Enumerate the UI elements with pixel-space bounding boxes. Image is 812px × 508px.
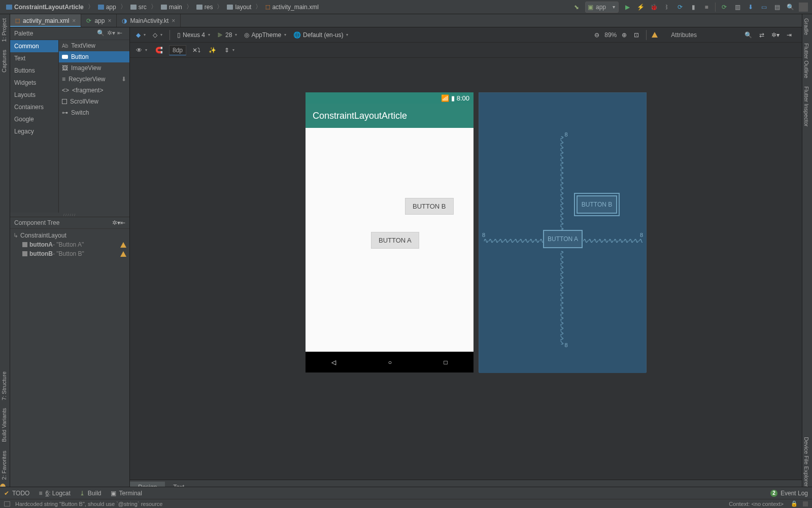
event-log-tool[interactable]: 2Event Log <box>770 490 808 497</box>
palette-item-imageview[interactable]: 🖼ImageView <box>59 62 129 74</box>
autoconnect-btn[interactable]: 🧲 <box>153 46 165 55</box>
tab-activity-main-xml[interactable]: ⬚ activity_main.xml × <box>10 14 81 27</box>
palette-category-buttons[interactable]: Buttons <box>10 64 58 77</box>
api-selector[interactable]: ⫸ 28▾ <box>215 30 239 40</box>
orientation-btn[interactable]: ◇▾ <box>151 30 164 40</box>
device-content-area[interactable]: BUTTON B BUTTON A <box>306 128 473 352</box>
project-tool-label[interactable]: 1: Project <box>0 14 8 46</box>
design-surface-btn[interactable]: ◆▾ <box>134 30 148 40</box>
sync-icon[interactable]: ⟳ <box>720 3 729 12</box>
breadcrumb-main[interactable]: main <box>159 3 184 12</box>
palette-category-layouts[interactable]: Layouts <box>10 89 58 101</box>
zoom-out-btn[interactable]: ⊖ <box>592 30 601 40</box>
gear-icon[interactable]: ✲▾ <box>112 219 120 226</box>
structure-tool-label[interactable]: 7: Structure <box>0 367 8 404</box>
todo-tool[interactable]: ✔TODO <box>4 490 29 497</box>
palette-item-textview[interactable]: AbTextView <box>59 40 129 51</box>
zoom-in-btn[interactable]: ⊕ <box>620 30 629 40</box>
tree-root-constraintlayout[interactable]: ↳ConstraintLayout <box>10 231 129 240</box>
palette-category-widgets[interactable]: Widgets <box>10 77 58 89</box>
palette-category-common[interactable]: Common <box>10 40 58 52</box>
collapse-icon[interactable]: ⇤ <box>120 219 125 226</box>
blueprint-button-b[interactable]: BUTTON B <box>577 195 617 214</box>
build-tool[interactable]: ⤓Build <box>80 490 101 497</box>
warning-icon[interactable] <box>120 251 126 257</box>
user-icon[interactable] <box>799 3 808 12</box>
palette-category-legacy[interactable]: Legacy <box>10 125 58 138</box>
apply-changes-icon[interactable]: ⚡ <box>636 3 645 12</box>
zoom-fit-btn[interactable]: ⊡ <box>632 30 641 40</box>
tab-app[interactable]: ⟳ app × <box>81 14 117 27</box>
close-tab-icon[interactable]: × <box>72 17 76 24</box>
palette-item-switch[interactable]: ⊶Switch <box>59 107 129 118</box>
search-everywhere-icon[interactable]: 🔍 <box>786 3 795 12</box>
favorites-tool-label[interactable]: 2: Favorites <box>0 447 8 484</box>
blueprint-view[interactable]: 8 8 8 8 BUTTON B BUTTON A <box>479 92 647 372</box>
project-structure-icon[interactable]: ▤ <box>772 3 782 12</box>
profiler-icon[interactable]: ⧘ <box>662 3 671 12</box>
warnings-icon[interactable] <box>652 32 658 38</box>
lock-icon[interactable]: 🔒 <box>791 500 798 507</box>
breadcrumb-project[interactable]: ConstraintLayoutArticle <box>4 3 86 12</box>
palette-item-recyclerview[interactable]: ≡RecyclerView⬇ <box>59 74 129 85</box>
theme-selector[interactable]: ◎ AppTheme▾ <box>242 30 288 40</box>
swap-icon[interactable]: ⇄ <box>757 30 766 40</box>
logcat-tool[interactable]: ≡6: Logcat <box>39 490 70 497</box>
tree-item-buttonb[interactable]: buttonB- "Button B" <box>10 249 129 258</box>
search-icon[interactable]: 🔍 <box>97 29 105 38</box>
design-canvas[interactable]: 📶 ▮ 8:00 ConstraintLayoutArticle BUTTON … <box>130 58 802 480</box>
device-selector[interactable]: ▯ Nexus 4▾ <box>175 30 212 40</box>
tool-windows-icon[interactable] <box>4 501 10 506</box>
flutter-inspector-tool-label[interactable]: Flutter Inspector <box>802 82 810 130</box>
sdk-manager-icon[interactable]: ▥ <box>733 3 742 12</box>
palette-item-button[interactable]: Button <box>59 51 129 62</box>
stop-icon[interactable]: ■ <box>702 3 711 12</box>
collapse-icon[interactable]: ⇤ <box>117 29 125 38</box>
tab-main-activity-kt[interactable]: ◑ MainActivity.kt × <box>117 14 181 27</box>
blueprint-content[interactable]: 8 8 8 8 BUTTON B BUTTON A <box>479 128 646 352</box>
avd-manager-icon[interactable]: ⬇ <box>746 3 755 12</box>
palette-category-google[interactable]: Google <box>10 113 58 125</box>
breadcrumb-app[interactable]: app <box>96 3 118 12</box>
locale-selector[interactable]: 🌐 Default (en-us)▾ <box>291 30 350 40</box>
build-variants-tool-label[interactable]: Build Variants <box>0 404 8 446</box>
device-explorer-tool-label[interactable]: Device File Explorer <box>802 433 810 491</box>
blueprint-button-a[interactable]: BUTTON A <box>543 230 583 248</box>
breadcrumb-res[interactable]: res <box>194 3 215 12</box>
run-config-selector[interactable]: ▣ app <box>585 2 619 13</box>
run-icon[interactable]: ▶ <box>623 3 632 12</box>
close-tab-icon[interactable]: × <box>108 17 111 24</box>
close-tab-icon[interactable]: × <box>172 17 175 24</box>
debug-icon[interactable]: 🐞 <box>649 3 658 12</box>
infer-constraints-btn[interactable]: ✨ <box>207 46 218 55</box>
attach-debugger-icon[interactable]: ⟳ <box>675 3 685 12</box>
pack-btn[interactable]: ⇕▾ <box>222 46 236 55</box>
layout-inspector-icon[interactable]: ▭ <box>759 3 768 12</box>
warning-icon[interactable] <box>120 242 126 248</box>
download-icon[interactable]: ⬇ <box>121 76 126 83</box>
flutter-outline-tool-label[interactable]: Flutter Outline <box>802 39 810 82</box>
gear-icon[interactable]: ✲▾ <box>107 29 115 38</box>
preview-button-b[interactable]: BUTTON B <box>405 198 454 215</box>
gear-icon[interactable]: ✲▾ <box>769 30 782 40</box>
palette-item-scrollview[interactable]: ScrollView <box>59 96 129 107</box>
captures-tool-label[interactable]: Captures <box>0 46 8 77</box>
palette-category-containers[interactable]: Containers <box>10 101 58 113</box>
palette-item-fragment[interactable]: <><fragment> <box>59 85 129 96</box>
breadcrumb-layout[interactable]: layout <box>225 3 253 12</box>
default-margin-input[interactable]: 8dp <box>169 45 186 55</box>
tree-item-buttona[interactable]: buttonA- "Button A" <box>10 240 129 249</box>
breadcrumb-file[interactable]: ⬚activity_main.xml <box>263 3 320 12</box>
search-icon[interactable]: 🔍 <box>742 30 754 40</box>
palette-category-text[interactable]: Text <box>10 52 58 64</box>
clear-constraints-btn[interactable]: ✕⤵ <box>190 46 202 55</box>
view-options-btn[interactable]: 👁▾ <box>134 46 149 55</box>
panel-resizer[interactable]: ////// <box>10 213 129 217</box>
avd-icon[interactable]: ▮ <box>689 3 698 12</box>
gradle-tool-label[interactable]: Gradle <box>802 14 810 39</box>
preview-button-a[interactable]: BUTTON A <box>371 232 419 249</box>
memory-indicator[interactable] <box>803 501 808 506</box>
build-hammer-icon[interactable]: ⬊ <box>572 3 581 12</box>
breadcrumb-src[interactable]: src <box>128 3 149 12</box>
terminal-tool[interactable]: ▣Terminal <box>111 490 142 497</box>
